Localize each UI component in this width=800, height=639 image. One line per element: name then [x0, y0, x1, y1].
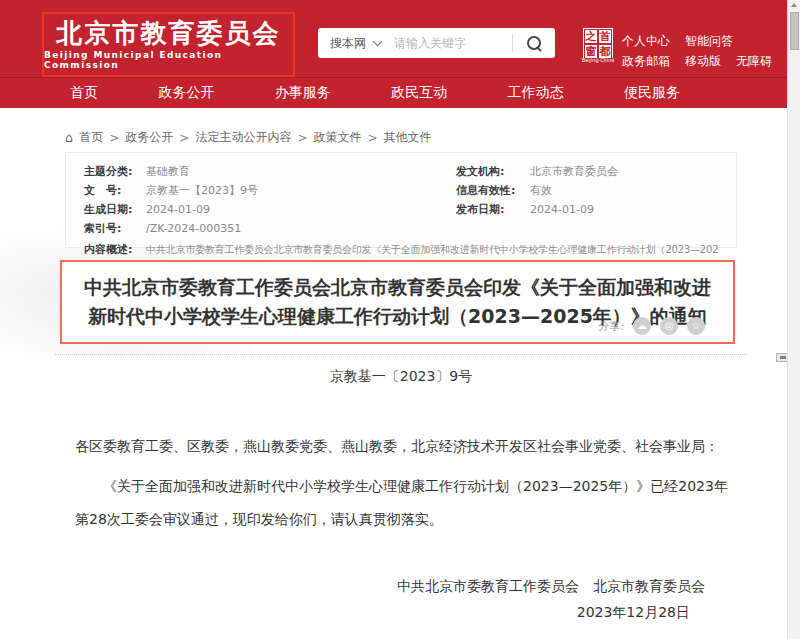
meta-row-doc-number: 文 号: 京教基一【2023】9号	[84, 184, 456, 197]
article-date: 2023年12月28日	[75, 604, 690, 622]
weibo-share-icon[interactable]: ◎	[660, 317, 678, 335]
chevron-down-icon[interactable]	[373, 37, 383, 47]
meta-value: 北京市教育委员会	[530, 165, 618, 178]
home-icon: ⌂	[65, 130, 73, 145]
search-scope-select[interactable]: 搜本网	[330, 35, 366, 52]
meta-label: 主题分类:	[84, 165, 146, 178]
nav-item-interaction[interactable]: 政民互动	[391, 84, 447, 102]
article-title-annotation-box: 中共北京市委教育工作委员会北京市教育委员会印发《关于全面加强和改进新时代中小学校…	[60, 260, 735, 344]
breadcrumb: ⌂ 首页 > 政务公开 > 法定主动公开内容 > 政策文件 > 其他文件	[65, 129, 432, 146]
breadcrumb-item-gov-disclosure[interactable]: 政务公开	[125, 129, 173, 146]
meta-label: 文 号:	[84, 184, 146, 197]
meta-value: 2024-01-09	[146, 203, 210, 216]
link-gov-mail[interactable]: 政务邮箱	[622, 53, 670, 70]
header-quick-links-row2: 政务邮箱 移动版 无障碍	[622, 53, 772, 70]
capital-logo-char: 窗	[584, 44, 598, 59]
wechat-share-icon[interactable]: ☁	[633, 317, 651, 335]
capital-logo-char: 都	[598, 44, 612, 59]
nav-item-work-news[interactable]: 工作动态	[508, 84, 564, 102]
main-nav: 首页 政务公开 办事服务 政民互动 工作动态 便民服务	[0, 77, 787, 108]
nav-item-convenience[interactable]: 便民服务	[624, 84, 680, 102]
meta-label: 发布日期:	[456, 203, 530, 216]
meta-label: 信息有效性:	[456, 184, 530, 197]
meta-row-topic: 主题分类: 基础教育	[84, 165, 456, 178]
meta-value: /ZK-2024-000351	[146, 222, 241, 235]
dotted-separator	[55, 354, 747, 355]
meta-label: 生成日期:	[84, 203, 146, 216]
article-signature: 中共北京市委教育工作委员会 北京市教育委员会	[75, 578, 705, 596]
meta-value: 中共北京市委教育工作委员会北京市教育委员会印发《关于全面加强和改进新时代中小学校…	[146, 243, 718, 256]
link-mobile-version[interactable]: 移动版	[685, 53, 721, 70]
logo-annotation-box: 北京市教育委员会 Beijing Municipal Education Com…	[42, 12, 295, 77]
meta-value: 基础教育	[146, 165, 190, 178]
meta-row-issuing-agency: 发文机构: 北京市教育委员会	[456, 165, 718, 178]
breadcrumb-item-home[interactable]: 首页	[79, 129, 103, 146]
share-row: 分享: ☁ ◎ ☆	[598, 317, 705, 335]
capital-logo-char: 首	[598, 29, 612, 44]
nav-item-home[interactable]: 首页	[70, 84, 98, 102]
scrollbar-thumb[interactable]	[790, 12, 799, 50]
meta-row-publish-date: 发布日期: 2024-01-09	[456, 203, 718, 216]
breadcrumb-item-policy-docs[interactable]: 政策文件	[313, 129, 361, 146]
breadcrumb-item-statutory-content[interactable]: 法定主动公开内容	[195, 129, 291, 146]
meta-value: 2024-01-09	[530, 203, 594, 216]
meta-value: 京教基一【2023】9号	[146, 184, 258, 197]
breadcrumb-item-other-docs[interactable]: 其他文件	[384, 129, 432, 146]
meta-label: 发文机构:	[456, 165, 530, 178]
capital-logo-caption: Beijing·China	[579, 58, 616, 64]
article-paragraph: 各区委教育工委、区教委，燕山教委党委、燕山教委，北京经济技术开发区社会事业党委、…	[75, 434, 735, 458]
search-icon	[527, 36, 541, 50]
document-number: 京教基一〔2023〕9号	[65, 368, 737, 386]
site-header: 北京市教育委员会 Beijing Municipal Education Com…	[0, 0, 787, 77]
document-meta-panel: 主题分类: 基础教育 文 号: 京教基一【2023】9号 生成日期: 2024-…	[65, 152, 737, 248]
header-quick-links-row1: 个人中心 智能问答	[622, 33, 733, 50]
meta-row-validity: 信息有效性: 有效	[456, 184, 718, 197]
link-smart-qa[interactable]: 智能问答	[685, 33, 733, 50]
search-button[interactable]	[513, 28, 555, 58]
site-subtitle: Beijing Municipal Education Commission	[44, 50, 293, 70]
article-paragraph: 《关于全面加强和改进新时代中小学校学生心理健康工作行动计划（2023—2025年…	[75, 470, 737, 536]
nav-item-gov-disclosure[interactable]: 政务公开	[158, 84, 214, 102]
breadcrumb-separator: >	[367, 131, 377, 145]
favorite-share-icon[interactable]: ☆	[687, 317, 705, 335]
breadcrumb-separator: >	[179, 131, 189, 145]
scrollbar-track[interactable]	[787, 0, 800, 639]
meta-value: 有效	[530, 184, 552, 197]
site-title[interactable]: 北京市教育委员会	[57, 19, 281, 47]
meta-label: 内容概述:	[84, 243, 146, 256]
meta-row-index-number: 索引号: /ZK-2024-000351	[84, 222, 456, 235]
meta-row-summary: 内容概述: 中共北京市委教育工作委员会北京市教育委员会印发《关于全面加强和改进新…	[84, 243, 718, 256]
breadcrumb-separator: >	[297, 131, 307, 145]
capital-window-logo[interactable]: 之 首 窗 都	[583, 28, 613, 58]
link-accessibility[interactable]: 无障碍	[736, 53, 772, 70]
scrollbar-up-arrow-icon[interactable]	[791, 3, 797, 7]
search-input[interactable]	[392, 35, 512, 51]
nav-item-services[interactable]: 办事服务	[275, 84, 331, 102]
link-personal-center[interactable]: 个人中心	[622, 33, 670, 50]
capital-logo-char: 之	[584, 29, 598, 44]
meta-label: 索引号:	[84, 222, 146, 235]
share-label: 分享:	[598, 319, 624, 334]
breadcrumb-separator: >	[109, 131, 119, 145]
page: 北京市教育委员会 Beijing Municipal Education Com…	[0, 0, 800, 639]
search-box: 搜本网	[318, 28, 555, 58]
meta-row-created-date: 生成日期: 2024-01-09	[84, 203, 456, 216]
